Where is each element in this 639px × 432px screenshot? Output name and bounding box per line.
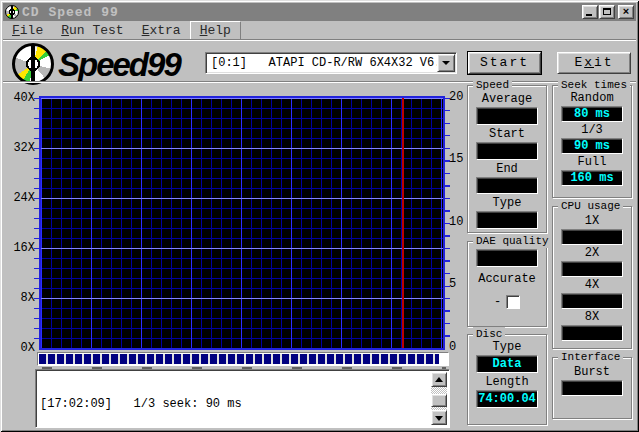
third-seek-display: 90 ms: [561, 138, 623, 154]
progress-fill: [39, 354, 439, 364]
log-lines: [17:02:09] 1/3 seek: 90 ms [17:02:09] St…: [40, 372, 430, 425]
arrow-down-icon: [435, 416, 443, 421]
menu-run-test[interactable]: Run Test: [52, 22, 132, 39]
speed99-logo-icon: [12, 43, 54, 85]
accurate-label: Accurate: [478, 273, 536, 286]
minimize-icon: [586, 14, 592, 16]
disc-type-label: Type: [493, 341, 522, 354]
chart-position-marker: [402, 98, 404, 348]
cpu-usage-panel: CPU usage 1X 2X 4X 8X: [552, 206, 632, 349]
dae-quality-title: DAE quality: [473, 234, 552, 248]
app-cd-icon: [5, 5, 19, 19]
scrollbar-thumb[interactable]: [431, 394, 447, 407]
close-button[interactable]: ×: [618, 5, 634, 19]
type-label: Type: [493, 197, 522, 210]
interface-title: Interface: [558, 350, 623, 364]
disc-panel: Disc Type Data Length 74:00.04: [467, 334, 547, 425]
disc-length-label: Length: [485, 376, 528, 389]
random-seek-display: 80 ms: [561, 106, 623, 122]
y-right-tick-20: 20: [449, 91, 463, 103]
arrow-up-icon: [435, 377, 443, 382]
toolbar-divider: [3, 81, 636, 83]
end-speed-display: [476, 177, 538, 195]
drive-select-dropdown-button[interactable]: [437, 54, 455, 72]
left-axis-ticks: [34, 98, 39, 348]
speed-panel-title: Speed: [473, 78, 512, 92]
random-seek-label: Random: [570, 92, 613, 105]
seek-times-panel: Seek times Random 80 ms 1/3 90 ms Full 1…: [552, 85, 632, 198]
window-title: CD Speed 99: [22, 5, 581, 20]
disc-panel-title: Disc: [473, 327, 505, 341]
chart-grid: [41, 98, 443, 348]
average-label: Average: [482, 93, 532, 106]
menu-divider: [3, 39, 636, 41]
dae-quality-panel: DAE quality Accurate -: [467, 241, 547, 327]
y-left-tick-40x: 40X: [5, 92, 35, 104]
menu-help[interactable]: Help: [190, 21, 241, 40]
y-left-tick-0x: 0X: [5, 342, 35, 354]
disc-type-display: Data: [476, 355, 538, 373]
cpu-usage-title: CPU usage: [558, 199, 623, 213]
y-right-tick-0: 0: [449, 341, 456, 353]
dae-quality-display: [476, 249, 538, 267]
drive-select-value: [0:1] ATAPI CD-R/RW 6X4X32 V6.CW: [206, 56, 437, 70]
maximize-icon: [603, 8, 611, 15]
start-speed-display: [476, 142, 538, 160]
cpu-2x-display: [561, 261, 623, 277]
accurate-checkbox[interactable]: [506, 295, 520, 309]
burst-display: [561, 380, 623, 396]
interface-panel: Interface Burst: [552, 357, 632, 419]
type-display: [476, 211, 538, 229]
scroll-up-button[interactable]: [431, 372, 447, 387]
maximize-button[interactable]: [599, 5, 615, 19]
full-seek-display: 160 ms: [561, 170, 623, 186]
menu-bar: File Run Test Extra Help: [3, 22, 636, 39]
burst-label: Burst: [574, 366, 610, 379]
menu-extra[interactable]: Extra: [133, 22, 190, 39]
full-seek-label: Full: [578, 156, 607, 169]
log-scrollbar[interactable]: [431, 372, 447, 425]
minimize-button[interactable]: [582, 5, 598, 19]
cpu-8x-display: [561, 325, 623, 341]
cpu-4x-display: [561, 293, 623, 309]
cpu-2x-label: 2X: [585, 247, 599, 260]
cpu-1x-label: 1X: [585, 215, 599, 228]
end-speed-label: End: [496, 163, 518, 176]
accurate-dash: -: [494, 295, 501, 309]
y-right-tick-5: 5: [449, 278, 456, 290]
cpu-4x-label: 4X: [585, 279, 599, 292]
start-button[interactable]: Start: [468, 52, 541, 74]
menu-file[interactable]: File: [3, 22, 52, 39]
seek-times-title: Seek times: [558, 78, 630, 92]
y-right-tick-10: 10: [449, 216, 463, 228]
chevron-down-icon: [442, 61, 450, 69]
scroll-down-button[interactable]: [431, 410, 447, 425]
log-line: [17:02:09] 1/3 seek: 90 ms: [40, 398, 430, 411]
drive-select[interactable]: [0:1] ATAPI CD-R/RW 6X4X32 V6.CW: [205, 52, 457, 74]
cpu-8x-label: 8X: [585, 311, 599, 324]
start-speed-label: Start: [489, 128, 525, 141]
exit-button[interactable]: Exit: [557, 52, 631, 74]
app-window: CD Speed 99 × File Run Test Extra Help S…: [0, 0, 639, 432]
y-left-tick-24x: 24X: [5, 192, 35, 204]
cpu-1x-display: [561, 229, 623, 245]
y-left-tick-32x: 32X: [5, 142, 35, 154]
test-progress-bar: [37, 352, 449, 366]
y-right-tick-15: 15: [449, 153, 463, 165]
speed99-logo-text: Speed99: [58, 46, 180, 84]
titlebar[interactable]: CD Speed 99 ×: [3, 3, 636, 21]
disc-length-display: 74:00.04: [476, 390, 538, 408]
log-box[interactable]: [17:02:09] 1/3 seek: 90 ms [17:02:09] St…: [35, 369, 450, 428]
average-display: [476, 107, 538, 125]
speed-chart-plot: [39, 96, 445, 350]
third-seek-label: 1/3: [581, 124, 603, 137]
y-left-tick-16x: 16X: [5, 242, 35, 254]
close-icon: ×: [619, 5, 633, 17]
y-left-tick-8x: 8X: [5, 292, 35, 304]
speed-panel: Speed Average Start End Type: [467, 85, 547, 233]
